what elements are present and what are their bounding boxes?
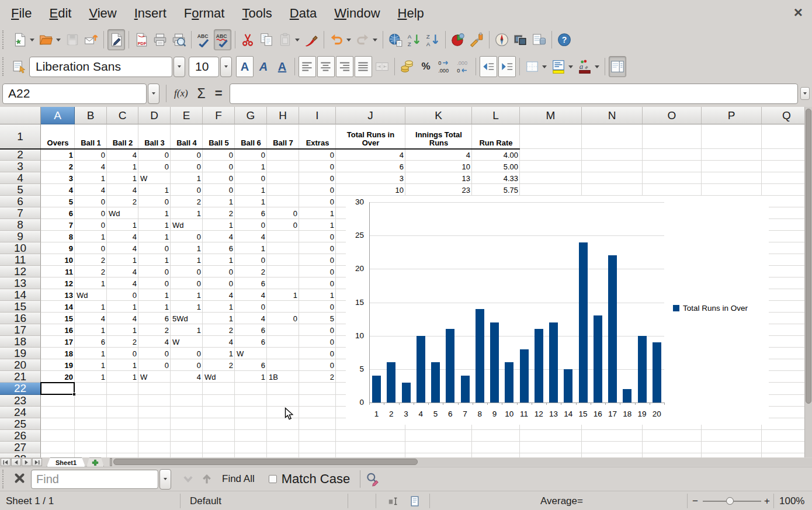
cell-L2[interactable]: 4.00 [472,149,520,161]
cell-C1[interactable]: Ball 2 [107,124,138,149]
font-color-button[interactable]: a [576,56,594,77]
equals-button[interactable]: = [210,86,227,101]
cell-C18[interactable]: 2 [107,336,138,348]
cell-I16[interactable]: 5 [299,313,336,324]
insert-chart-button[interactable] [449,29,467,50]
increase-indent-button[interactable] [498,56,516,77]
cell-B14[interactable]: Wd [75,289,107,301]
align-right-button[interactable] [336,56,353,77]
cell-J2[interactable]: 4 [336,149,405,161]
column-header-E[interactable]: E [171,107,203,124]
cell-B13[interactable]: 1 [75,277,107,289]
match-case-label[interactable]: Match Case [282,471,350,487]
cell-D17[interactable]: 2 [138,324,171,336]
underline-button[interactable]: A [273,56,291,77]
cell-B12[interactable]: 2 [75,266,107,277]
cell-B15[interactable]: 1 [75,301,107,313]
cell-E6[interactable]: 2 [171,196,203,207]
zoom-slider-thumb[interactable] [726,497,734,505]
cell-K2[interactable]: 4 [405,149,472,161]
zoom-out-button[interactable]: − [692,491,698,510]
horizontal-scrollbar-thumb[interactable] [113,459,418,465]
menu-data[interactable]: Data [281,2,325,25]
cell-B8[interactable]: 0 [75,219,107,231]
sort-descending-button[interactable]: ZA [424,29,442,50]
navigator-button[interactable] [493,29,511,50]
styles-window-button[interactable] [11,56,29,77]
cell-A16[interactable]: 15 [41,313,75,324]
menu-view[interactable]: View [80,2,125,25]
cell-G11[interactable]: 0 [235,254,267,266]
column-header-J[interactable]: J [336,107,405,124]
chevron-down-icon[interactable] [295,39,300,41]
cell-G13[interactable]: 6 [235,277,267,289]
row-header-19[interactable]: 19 [0,348,41,359]
cell-E8[interactable]: Wd [171,219,203,231]
close-find-bar-button[interactable] [14,473,25,486]
page-style-indicator[interactable]: Default [190,491,221,510]
export-pdf-button[interactable]: PDF [133,29,150,50]
cell-L4[interactable]: 4.33 [472,172,520,184]
cell-F5[interactable]: 0 [203,184,235,196]
cell-K5[interactable]: 23 [405,184,472,196]
add-sheet-button[interactable] [86,457,104,467]
cell-A21[interactable]: 20 [41,371,75,383]
edit-file-button[interactable] [107,29,125,50]
cell-D10[interactable]: 0 [138,242,171,254]
align-justify-button[interactable] [355,56,372,77]
cell-E18[interactable]: W [171,336,203,348]
cell-D7[interactable]: 1 [138,207,171,219]
find-previous-button[interactable] [198,469,216,490]
cell-A10[interactable]: 9 [41,242,75,254]
cell-A3[interactable]: 2 [41,161,75,172]
row-header-9[interactable]: 9 [0,231,41,242]
chevron-down-icon[interactable] [30,39,34,41]
cell-E12[interactable]: 0 [171,266,203,277]
cell-A13[interactable]: 12 [41,277,75,289]
spreadsheet-grid[interactable]: ABCDEFGHIJKLMNOPQ12345678910111213141516… [0,107,804,457]
column-header-N[interactable]: N [582,107,643,124]
cell-E19[interactable]: 0 [171,348,203,359]
selection-mode-indicator[interactable] [409,491,421,510]
cell-B16[interactable]: 4 [75,313,107,324]
cell-D5[interactable]: 1 [138,184,171,196]
column-header-K[interactable]: K [405,107,472,124]
cell-F19[interactable]: 1 [203,348,235,359]
cell-D9[interactable]: 1 [138,231,171,242]
cut-button[interactable] [239,29,256,50]
cell-G19[interactable]: W [235,348,267,359]
cell-E11[interactable]: 1 [171,254,203,266]
row-header-14[interactable]: 14 [0,289,41,301]
column-header-O[interactable]: O [643,107,702,124]
cell-H8[interactable]: 0 [267,219,299,231]
cell-H1[interactable]: Ball 7 [267,124,299,149]
find-history-dropdown[interactable] [159,469,171,490]
cell-G21[interactable]: 1 [235,371,267,383]
cell-G18[interactable]: 6 [235,336,267,348]
cell-A11[interactable]: 10 [41,254,75,266]
vertical-scrollbar[interactable] [804,107,812,457]
cell-I12[interactable]: 0 [299,266,336,277]
cell-G10[interactable]: 1 [235,242,267,254]
toolbar-grip[interactable] [2,470,8,488]
zoom-in-button[interactable]: + [764,491,770,510]
cell-C4[interactable]: 1 [107,172,138,184]
cell-C17[interactable]: 1 [107,324,138,336]
row-header-22[interactable]: 22 [0,383,41,395]
name-box[interactable]: A22 [2,84,147,104]
cell-E20[interactable]: 0 [171,359,203,371]
cell-I11[interactable]: 0 [299,254,336,266]
cell-F11[interactable]: 1 [203,254,235,266]
column-header-M[interactable]: M [520,107,582,124]
draw-functions-button[interactable] [468,29,485,50]
menu-tools[interactable]: Tools [233,2,280,25]
row-header-24[interactable]: 24 [0,407,41,418]
grid-corner-box[interactable] [0,107,41,124]
percent-button[interactable]: % [417,56,435,77]
open-button[interactable] [37,29,55,50]
cell-J4[interactable]: 3 [336,172,405,184]
cell-I14[interactable]: 1 [299,289,336,301]
cell-J3[interactable]: 6 [336,161,405,172]
cell-I10[interactable]: 0 [299,242,336,254]
cell-C7[interactable]: Wd [107,207,138,219]
